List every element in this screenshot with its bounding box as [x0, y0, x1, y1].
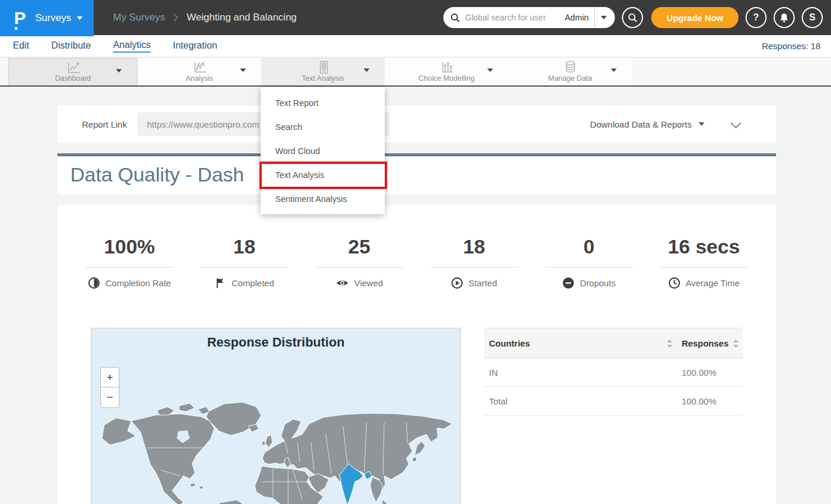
- toolbar-tab-label: Text Analysis: [261, 74, 385, 83]
- notifications-button[interactable]: [774, 7, 795, 28]
- divider: [660, 267, 748, 268]
- menu-item-text-analysis[interactable]: Text Analysis: [261, 163, 385, 187]
- column-responses[interactable]: Responses: [682, 338, 729, 348]
- stat-started: 18 Started: [416, 235, 531, 289]
- divider: [86, 267, 173, 268]
- responses-cell: 100.00%: [682, 396, 716, 406]
- toolbar-tab-choice-modelling[interactable]: Choice Modelling: [385, 58, 508, 85]
- stat-viewed: 25 Viewed: [302, 235, 416, 289]
- header-actions: Admin Upgrade Now ? S: [443, 7, 823, 28]
- search-button[interactable]: [622, 7, 643, 28]
- toolbar-tab-manage-data[interactable]: Manage Data: [508, 58, 632, 85]
- page-title: Data Quality - Dash: [70, 163, 244, 186]
- stats-row: 100% Completion Rate 18: [72, 235, 761, 289]
- table-header-row: Countries Responses: [484, 328, 743, 358]
- menu-item-text-report[interactable]: Text Report: [261, 91, 385, 115]
- breadcrumb-chevron-icon: [173, 13, 179, 22]
- flag-icon: [214, 277, 226, 289]
- world-map[interactable]: [91, 328, 461, 504]
- dashboard-card: 100% Completion Rate 18: [57, 205, 776, 504]
- stat-label: Average Time: [686, 278, 740, 288]
- download-data-reports-dropdown[interactable]: Download Data & Reports: [590, 105, 705, 143]
- avatar-letter: S: [809, 12, 816, 23]
- page: P Surveys My Surveys Weighting and Balan…: [0, 0, 831, 504]
- toolbar-tab-label: Choice Modelling: [385, 74, 508, 83]
- chevron-down-icon: [240, 68, 246, 72]
- page-title-card: Data Quality - Dash: [57, 153, 776, 194]
- toolbar-tab-text-analysis[interactable]: Text Analysis: [261, 58, 385, 85]
- stat-completion-rate: 100% Completion Rate: [72, 235, 187, 289]
- sort-icon[interactable]: [733, 340, 738, 350]
- stat-value: 100%: [72, 235, 187, 258]
- stat-average-time: 16 secs Average Time: [647, 235, 761, 289]
- search-scope-label: Admin: [565, 13, 589, 22]
- menu-item-word-cloud[interactable]: Word Cloud: [261, 139, 385, 163]
- question-mark-icon: ?: [753, 12, 759, 23]
- stat-label: Viewed: [354, 278, 383, 288]
- bell-icon: [779, 13, 789, 23]
- report-link-label: Report Link: [82, 105, 127, 143]
- table-row: IN 100.00%: [484, 358, 743, 387]
- chevron-down-icon: [487, 68, 493, 72]
- zoom-out-button[interactable]: −: [100, 388, 119, 408]
- search-scope-caret-icon[interactable]: [601, 16, 607, 19]
- text-analysis-dropdown-menu: Text Report Search Word Cloud Text Analy…: [261, 87, 385, 214]
- play-icon: [451, 277, 463, 289]
- upgrade-now-button[interactable]: Upgrade Now: [651, 7, 738, 28]
- menu-item-sentiment-analysis[interactable]: Sentiment Analysis: [261, 187, 385, 211]
- table-row: Total 100.00%: [484, 387, 743, 416]
- tab-edit[interactable]: Edit: [13, 40, 29, 52]
- chevron-down-icon: [699, 122, 705, 126]
- toolbar-tab-label: Analysis: [138, 74, 261, 83]
- help-button[interactable]: ?: [745, 7, 767, 28]
- search-icon: [628, 13, 638, 23]
- response-distribution-map: Response Distribution: [91, 328, 461, 504]
- stat-completed: 18 Completed: [187, 235, 302, 289]
- search-input[interactable]: [465, 13, 565, 22]
- stat-label: Completed: [231, 278, 274, 288]
- responses-cell: 100.00%: [682, 368, 716, 378]
- toolbar-tab-dashboard[interactable]: Dashboard: [8, 58, 138, 85]
- search-icon: [450, 13, 460, 23]
- download-label: Download Data & Reports: [590, 119, 692, 129]
- stat-label: Completion Rate: [105, 278, 171, 288]
- chevron-down-icon: [364, 68, 370, 72]
- sort-icon[interactable]: [667, 340, 672, 350]
- stat-label: Started: [468, 278, 497, 288]
- global-search: Admin: [443, 7, 615, 28]
- toolbar-tab-label: Manage Data: [508, 74, 632, 83]
- collapse-section-button[interactable]: [730, 121, 742, 131]
- survey-nav: Edit Distribute Analytics Integration Re…: [0, 35, 831, 57]
- eye-icon: [336, 277, 349, 289]
- tab-integration[interactable]: Integration: [173, 40, 217, 52]
- column-countries[interactable]: Countries: [489, 338, 530, 348]
- toolbar-tab-analysis[interactable]: Analysis: [138, 58, 261, 85]
- chevron-down-icon: [77, 16, 83, 20]
- countries-table: Countries Responses IN 100.00% Total 100…: [484, 328, 743, 416]
- questionpro-logo-icon: P: [14, 9, 26, 27]
- analytics-toolbar: Dashboard Analysis: [0, 58, 831, 87]
- stat-value: 25: [302, 235, 416, 258]
- divider: [200, 267, 288, 268]
- stat-value: 18: [416, 235, 531, 258]
- tab-analytics[interactable]: Analytics: [113, 40, 151, 53]
- country-cell: IN: [489, 368, 498, 378]
- surveys-menu-button[interactable]: P Surveys: [0, 0, 94, 36]
- chevron-down-icon: [116, 69, 122, 73]
- clock-icon: [668, 277, 680, 289]
- divider: [430, 267, 518, 268]
- responses-count: Responses: 18: [762, 41, 820, 51]
- zoom-in-button[interactable]: +: [100, 367, 119, 388]
- menu-item-search[interactable]: Search: [261, 115, 385, 139]
- country-cell: Total: [489, 396, 508, 406]
- tab-distribute[interactable]: Distribute: [52, 40, 91, 52]
- avatar[interactable]: S: [802, 7, 823, 28]
- stat-label: Dropouts: [580, 278, 615, 288]
- contrast-icon: [88, 277, 100, 289]
- divider: [594, 7, 595, 28]
- breadcrumb-my-surveys[interactable]: My Surveys: [113, 12, 165, 23]
- divider: [545, 267, 633, 268]
- breadcrumb: My Surveys Weighting and Balancing: [113, 0, 297, 35]
- product-label: Surveys: [35, 12, 71, 24]
- divider: [315, 267, 403, 268]
